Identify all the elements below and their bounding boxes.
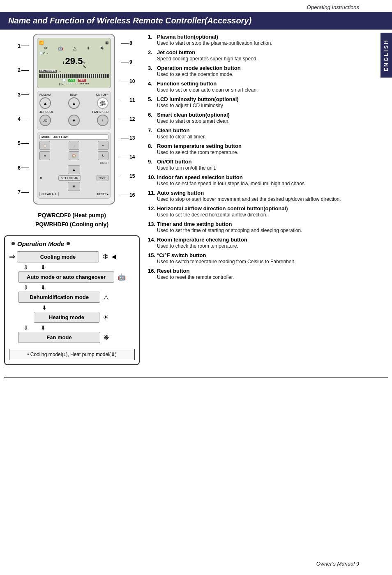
dehum-row: Dehumidification mode △ [9, 292, 135, 303]
list-title-10: Indoor fan speed selection button [157, 174, 388, 180]
mode-btn-2[interactable]: ↑ [69, 141, 79, 150]
mode-btn-3[interactable]: ↔ [98, 141, 108, 150]
list-desc-3: Used to select the operation mode. [157, 71, 388, 77]
list-content-2: Jet cool button Speed cooling operates s… [157, 49, 388, 62]
cf-button[interactable]: °C/°F [97, 175, 108, 181]
list-num-5: 5. [148, 96, 157, 102]
list-desc-12: Used to set the desired horizontal airfl… [157, 212, 388, 218]
mode-btn-5[interactable]: 🏠 [69, 151, 79, 160]
list-item-7: 7. Clean button Used to clear all timer. [148, 127, 388, 140]
list-title-11: Auto swing button [157, 190, 388, 196]
op-mode-title: Operation Mode [9, 240, 135, 247]
list-content-4: Function setting button Used to set or c… [157, 80, 388, 93]
fan-speed-button[interactable]: ⋮ [97, 115, 108, 126]
list-item-16: 16. Reset button Used to reset the remot… [148, 268, 388, 280]
on-off-button[interactable]: ON/OFF [97, 97, 108, 109]
dehum-mode-box: Dehumidification mode [18, 292, 100, 303]
list-desc-14: Used to check the room temperature. [157, 243, 388, 249]
temp-up-button[interactable]: ▲ [68, 97, 80, 109]
fan-icon: ❋ [100, 46, 104, 51]
list-num-14: 14. [148, 237, 157, 243]
list-desc-13: Used to set the time of starting or stop… [157, 228, 388, 233]
list-item-9: 9. On/Off button Used to turn on/off the… [148, 159, 388, 171]
label-15: 15 [120, 173, 135, 179]
heat-pump-arrow-2: ⬇ [41, 284, 46, 291]
clock-icon: 🕐 [39, 52, 43, 55]
timer-down-button[interactable]: ▼ [68, 182, 80, 191]
list-title-13: Timer and time setting button [157, 221, 388, 227]
model-line1: PQWRCDF0 (Heat pump) [4, 211, 140, 220]
on-off-column: ON/OFF [97, 97, 108, 109]
label-9: 9 [120, 59, 132, 65]
timer-label-row: TIMER [39, 161, 108, 164]
set-clear-button[interactable]: SET / CLEAR [58, 175, 81, 181]
model-names: PQWRCDF0 (Heat pump) PQWRHDF0 (Cooling o… [4, 211, 140, 229]
temp-unit: °F°C [83, 61, 86, 69]
list-num-3: 3. [148, 65, 157, 71]
right-number-labels: 8 9 10 11 12 13 14 15 16 [119, 34, 144, 205]
list-num-12: 12. [148, 205, 157, 212]
jet-cool-activate-button[interactable]: JC [39, 115, 51, 126]
main-buttons-row-2: JC ▼ ⋮ [39, 115, 108, 126]
snowflake-icon: ❄ [44, 46, 48, 51]
cooling-only-arrow-4: ⇩ [23, 324, 28, 331]
snowflake-mode-icon: ❄ [102, 252, 108, 261]
mode-buttons: 📋 ↑ ↔ [39, 141, 108, 150]
list-item-11: 11. Auto swing button Used to stop or st… [148, 190, 388, 202]
timer-down-row: ▼ [39, 182, 108, 191]
list-item-8: 8. Room temperature setting button Used … [148, 143, 388, 155]
list-item-3: 3. Operation mode selection button Used … [148, 65, 388, 77]
numbered-list: 1. Plasma button(optional) Used to start… [148, 34, 388, 280]
mode-label: MODE [42, 136, 50, 138]
list-content-14: Room temperature checking button Used to… [157, 237, 388, 249]
temp-down-button[interactable]: ▼ [68, 115, 80, 126]
fan-icon-btn[interactable]: ❋ [39, 176, 43, 180]
mode-btn-1[interactable]: 📋 [39, 141, 50, 150]
mode-btn-6[interactable]: ↻ [98, 151, 108, 160]
cooling-only-arrow: ⇩ [23, 264, 28, 271]
label-12: 12 [120, 116, 135, 122]
list-content-11: Auto swing button Used to stop or start … [157, 190, 388, 202]
page-header: Operating Instructions [0, 0, 392, 12]
clear-all-button[interactable]: CLEAR ALL [39, 192, 59, 196]
list-item-13: 13. Timer and time setting button Used t… [148, 221, 388, 233]
model-line2: PQWRHDF0 (Cooling only) [4, 220, 140, 229]
mode-btn-4[interactable]: ❄ [39, 151, 50, 160]
list-item-1: 1. Plasma button(optional) Used to start… [148, 34, 388, 46]
timer-row: 🕐 ⏱ → [39, 52, 109, 55]
list-num-8: 8. [148, 143, 157, 149]
timer-icon: ⏱ [43, 52, 46, 55]
list-title-3: Operation mode selection button [157, 65, 388, 71]
list-content-12: Horizontal airflow direction control but… [157, 205, 388, 218]
list-item-14: 14. Room temperature checking button Use… [148, 237, 388, 249]
op-mode-title-text: Operation Mode [17, 240, 64, 247]
airflow-label: AIR FLOW [53, 136, 68, 138]
heat-pump-arrow-4: ⬇ [41, 324, 46, 331]
arrows-3: ⬇ [42, 304, 135, 311]
list-item-5: 5. LCD luminosity button(optional) Used … [148, 96, 388, 108]
auto-mode-box: Auto mode or auto changeover [18, 271, 114, 283]
timer-up-button[interactable]: ▲ [68, 165, 80, 174]
list-num-11: 11. [148, 190, 157, 196]
cooling-note: • Cooling model(↕), Heat pump model(⬇) [9, 349, 135, 360]
list-item-2: 2. Jet cool button Speed cooling operate… [148, 49, 388, 62]
jet-cool-column: ▲ [39, 97, 51, 109]
auto-icon-mode: 🤖 [118, 273, 126, 281]
title-bar: Name and Function of Wireless Remote Con… [0, 12, 392, 30]
timer-setting-label: TIMER [99, 161, 108, 164]
loop-arrow-icon: ⇒ [9, 252, 15, 261]
jet-cool-button[interactable]: ▲ [39, 97, 51, 109]
temp-label: TEMP [69, 93, 77, 96]
footer-line [4, 377, 388, 380]
left-number-labels: 1 2 3 4 5 6 7 [0, 34, 31, 205]
list-desc-9: Used to turn on/off the unit. [157, 165, 388, 171]
title-text: Name and Function of Wireless Remote Con… [8, 16, 251, 25]
list-title-4: Function setting button [157, 80, 388, 87]
auto-mode-label: Auto mode or auto changeover [27, 274, 106, 280]
label-7: 7 [18, 189, 30, 195]
list-title-8: Room temperature setting button [157, 143, 388, 149]
arrow-right-small: → [58, 69, 61, 73]
left-column: 1 2 3 4 5 6 7 📶 ▦ [4, 34, 144, 369]
list-content-13: Timer and time setting button Used to se… [157, 221, 388, 233]
on-label: ON [68, 79, 75, 82]
